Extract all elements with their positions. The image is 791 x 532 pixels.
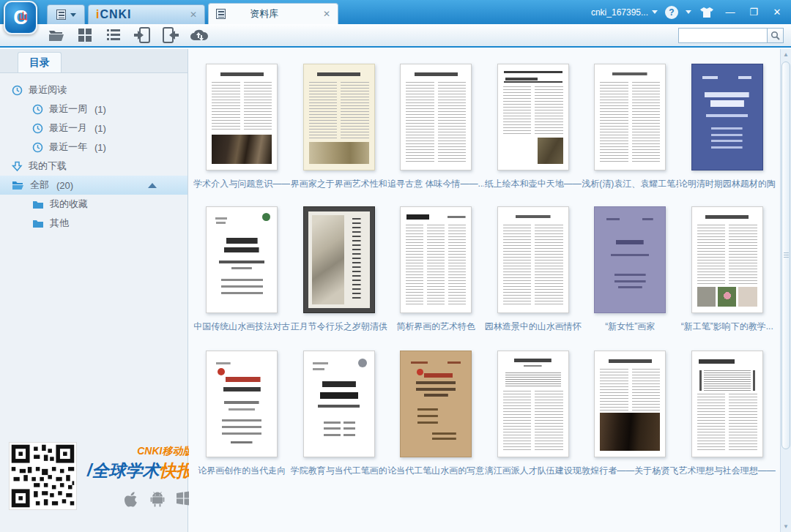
document-item[interactable]: 艺术理想与社会理想——... [679, 351, 776, 477]
document-thumbnail[interactable] [400, 64, 472, 171]
app-logo-icon[interactable]: C 山 [4, 1, 37, 34]
sidebar-item-recent-reading[interactable]: 最近阅读 [0, 80, 187, 100]
vertical-scrollbar[interactable]: ▲ ▼ [780, 49, 791, 532]
document-item[interactable]: 浅析(清)袁江、袁耀工笔界... [582, 64, 679, 190]
grid-view-button[interactable] [75, 26, 94, 44]
document-thumbnail[interactable] [691, 64, 763, 171]
document-item[interactable]: 漓江画派人才队伍建设现... [485, 351, 582, 477]
document-title[interactable]: 正月节令行乐之岁朝清供 ... [291, 321, 387, 333]
document-item[interactable]: 正月节令行乐之岁朝清供 ... [291, 206, 388, 333]
document-title[interactable]: 学院教育与当代工笔画的... [291, 465, 387, 477]
document-item[interactable]: 园林造景中的山水画情怀 [485, 206, 582, 333]
document-item[interactable]: 论界画创作的当代走向 [193, 351, 291, 477]
document-title[interactable]: 学术介入与问题意识——... [193, 178, 290, 190]
document-thumbnail[interactable] [400, 206, 472, 313]
document-title[interactable]: 艺术理想与社会理想——... [679, 465, 776, 477]
grid-row: 论界画创作的当代走向 学院教育与当代工笔画的... 论当代工笔山水画的写意...… [189, 333, 780, 477]
folder-open-icon [12, 180, 24, 190]
document-title[interactable]: 简析界画的艺术特色 [396, 321, 475, 333]
document-item[interactable]: 追寻古意 体味今情——... [387, 64, 485, 190]
document-thumbnail[interactable] [206, 206, 278, 313]
document-thumbnail[interactable] [206, 351, 278, 457]
document-thumbnail[interactable] [206, 64, 278, 171]
clock-icon [12, 85, 23, 96]
app-name: /全球学术快报 [87, 460, 193, 482]
sidebar-item-my-downloads[interactable]: 我的下载 [0, 157, 187, 176]
document-item[interactable]: 中国传统山水画技法对古... [193, 206, 291, 333]
document-thumbnail[interactable] [594, 206, 666, 313]
document-title[interactable]: 漓江画派人才队伍建设现... [485, 465, 582, 477]
document-item[interactable]: 简析界画的艺术特色 [387, 206, 485, 333]
sidebar-item-recent-week[interactable]: 最近一周 (1) [0, 100, 187, 119]
sidebar-item-other[interactable]: 其他 [0, 214, 187, 233]
help-button[interactable]: ? [665, 6, 678, 19]
document-thumbnail[interactable] [594, 351, 666, 457]
import-button[interactable] [133, 26, 152, 44]
document-thumbnail[interactable] [303, 64, 375, 171]
cloud-sync-button[interactable] [190, 26, 209, 44]
close-button[interactable]: ✕ [769, 7, 785, 18]
scrollbar-thumb[interactable] [781, 61, 790, 449]
sidebar-item-all[interactable]: 全部 (20) [0, 176, 187, 195]
scroll-up-icon[interactable]: ▲ [781, 49, 791, 60]
document-thumbnail[interactable] [594, 64, 666, 171]
document-item[interactable]: 学术介入与问题意识——... [193, 64, 291, 190]
collapse-arrow-icon[interactable] [148, 183, 157, 188]
document-item[interactable]: 学院教育与当代工笔画的... [291, 351, 388, 477]
tab-library-label: 资料库 [250, 7, 278, 20]
sidebar-item-recent-month[interactable]: 最近一月 (1) [0, 119, 187, 138]
tab-document-switcher[interactable] [47, 4, 85, 24]
document-title[interactable]: 论明清时期园林题材的陶... [679, 178, 776, 190]
document-grid: 学术介入与问题意识——... 界画家之于界画艺术性和... 追寻古意 体味今情—… [189, 49, 780, 532]
document-item[interactable]: 论明清时期园林题材的陶... [679, 64, 776, 190]
document-item[interactable]: 敦煌行者——关于杨贤飞... [582, 351, 679, 477]
chevron-down-icon[interactable] [686, 10, 691, 14]
document-title[interactable]: 界画家之于界画艺术性和... [291, 178, 387, 190]
list-view-button[interactable] [104, 26, 123, 44]
document-title[interactable]: “新工笔”影响下的教学... [681, 321, 773, 333]
document-thumbnail[interactable] [400, 351, 472, 457]
open-folder-button[interactable] [47, 26, 66, 44]
document-title[interactable]: 纸上绘本和壶中天地——... [485, 178, 582, 190]
maximize-button[interactable]: ❐ [746, 7, 762, 18]
scrollbar-grip [784, 252, 789, 258]
document-title[interactable]: 论当代工笔山水画的写意... [387, 465, 484, 477]
sidebar-item-label: 全部 [30, 179, 49, 192]
close-icon[interactable]: ✕ [190, 10, 197, 20]
minimize-button[interactable]: — [722, 7, 738, 18]
theme-skin-icon[interactable] [699, 6, 715, 19]
tab-directory[interactable]: 目录 [18, 52, 62, 72]
document-title[interactable]: 园林造景中的山水画情怀 [485, 321, 582, 333]
document-title[interactable]: 中国传统山水画技法对古... [193, 321, 290, 333]
apple-icon [124, 491, 138, 507]
sidebar-item-recent-year[interactable]: 最近一年 (1) [0, 138, 187, 157]
document-thumbnail[interactable] [497, 64, 569, 171]
document-title[interactable]: 浅析(清)袁江、袁耀工笔界... [582, 178, 678, 190]
document-item[interactable]: “新工笔”影响下的教学... [679, 206, 776, 333]
document-item[interactable]: 论当代工笔山水画的写意... [387, 351, 485, 477]
sidebar-item-my-favorites[interactable]: 我的收藏 [0, 195, 187, 214]
document-item[interactable]: 纸上绘本和壶中天地——... [485, 64, 582, 190]
document-thumbnail[interactable] [303, 206, 375, 313]
document-thumbnail[interactable] [691, 351, 763, 457]
document-title[interactable]: “新女性”画家 [605, 321, 655, 333]
close-icon[interactable]: ✕ [323, 9, 330, 19]
document-thumbnail[interactable] [497, 351, 569, 457]
tab-cnki[interactable]: iCNKI ✕ [88, 4, 205, 24]
document-title[interactable]: 论界画创作的当代走向 [198, 465, 286, 477]
document-thumbnail[interactable] [691, 206, 763, 313]
document-thumbnail[interactable] [497, 206, 569, 313]
sidebar-tabstrip: 目录 [0, 49, 187, 73]
export-button[interactable] [161, 26, 180, 44]
document-title[interactable]: 敦煌行者——关于杨贤飞... [582, 465, 678, 477]
tab-library[interactable]: 资料库 ✕ [208, 3, 338, 24]
document-item[interactable]: 界画家之于界画艺术性和... [291, 64, 388, 190]
search-button[interactable] [768, 28, 784, 43]
scroll-down-icon[interactable]: ▼ [781, 521, 791, 532]
cnki-logo: iCNKI [96, 8, 132, 21]
document-item[interactable]: “新女性”画家 [582, 206, 679, 333]
account-menu[interactable]: cnki_167395... [591, 7, 658, 18]
document-title[interactable]: 追寻古意 体味今情——... [387, 178, 484, 190]
document-thumbnail[interactable] [303, 351, 375, 457]
search-input[interactable] [678, 28, 768, 43]
